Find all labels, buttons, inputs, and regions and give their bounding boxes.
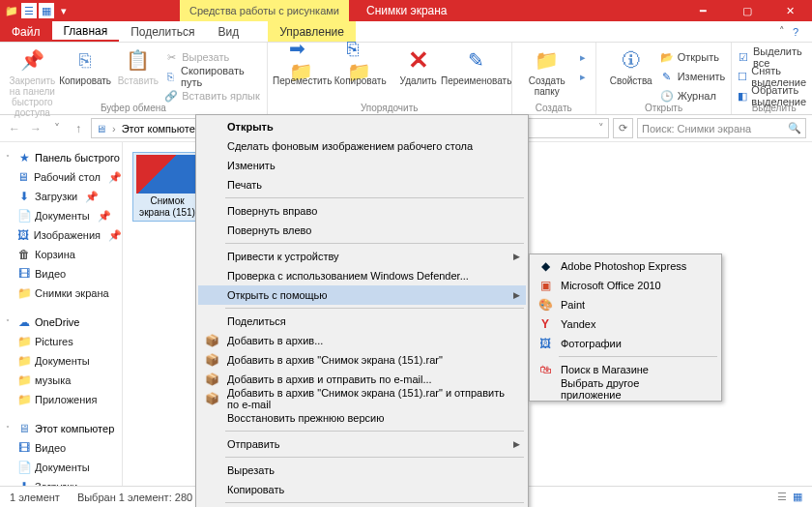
ribbon-group-open: Открыть <box>596 103 732 113</box>
delete-button[interactable]: ✕Удалить <box>390 45 448 86</box>
close-button[interactable]: ✕ <box>768 0 812 21</box>
ctx-defender[interactable]: Проверка с использованием Windows Defend… <box>198 266 526 285</box>
quick-access-toolbar: 📁 ☰ ▦ ▾ <box>0 3 75 18</box>
ctx-set-bg[interactable]: Сделать фоновым изображением рабочего ст… <box>198 136 526 156</box>
open-with-submenu: ◆Adobe Photoshop Express ▣Microsoft Offi… <box>529 254 722 402</box>
sub-photoshop[interactable]: ◆Adobe Photoshop Express <box>532 256 719 276</box>
nav-this-pc[interactable]: ˅🖥Этот компьютер <box>0 419 122 438</box>
new-item-button[interactable]: ▸ <box>576 48 590 66</box>
status-selection: Выбран 1 элемент: 280 КБ <box>77 492 209 503</box>
tab-home[interactable]: Главная <box>52 21 120 42</box>
ctx-print[interactable]: Печать <box>198 175 526 194</box>
titlebar: 📁 ☰ ▦ ▾ Средства работы с рисунками Сним… <box>0 0 812 21</box>
winrar-icon: 📦 <box>204 392 219 405</box>
file-thumbnail[interactable]: Снимок экрана (151) <box>132 152 202 222</box>
nav-back-button[interactable]: ← <box>6 120 23 137</box>
copy-to-button[interactable]: ⎘📁Копировать <box>332 45 390 86</box>
nav-onedrive[interactable]: ˅☁OneDrive <box>0 313 122 332</box>
nav-recent-dropdown[interactable]: ˅ <box>48 120 66 137</box>
sub-store[interactable]: 🛍Поиск в Магазине <box>532 360 719 379</box>
ctx-cut[interactable]: Вырезать <box>198 461 526 480</box>
nav-pc-video[interactable]: 🎞Видео <box>0 438 122 458</box>
tab-share[interactable]: Поделиться <box>119 21 206 42</box>
nav-recycle[interactable]: 🗑Корзина <box>0 245 122 264</box>
nav-pictures[interactable]: 🖼Изображения📌 <box>0 225 122 245</box>
cut-button[interactable]: ✂Вырезать <box>164 48 260 66</box>
breadcrumb-dropdown-icon[interactable]: ˅ <box>596 122 606 134</box>
help-icon[interactable]: ? <box>793 26 798 38</box>
nav-screenshots[interactable]: 📁Снимки экрана <box>0 283 122 303</box>
sub-paint[interactable]: 🎨Paint <box>532 295 719 314</box>
new-qat-icon[interactable]: ▦ <box>39 3 54 18</box>
nav-forward-button[interactable]: → <box>27 120 44 137</box>
nav-downloads[interactable]: ⬇Загрузки📌 <box>0 187 122 206</box>
edit-button[interactable]: ✎Изменить <box>660 68 726 85</box>
sub-photos[interactable]: 🖼Фотографии <box>532 334 719 353</box>
ribbon-tabs: Файл Главная Поделиться Вид Управление ˄… <box>0 21 812 43</box>
ctx-copy[interactable]: Копировать <box>198 480 526 499</box>
rename-button[interactable]: ✎Переименовать <box>448 45 506 86</box>
winrar-icon: 📦 <box>204 373 219 386</box>
search-input[interactable]: Поиск: Снимки экрана 🔍 <box>637 118 806 138</box>
ctx-add-archive-named[interactable]: 📦Добавить в архив "Снимок экрана (151).r… <box>198 350 526 370</box>
nav-video[interactable]: 🎞Видео <box>0 264 122 283</box>
refresh-button[interactable]: ⟳ <box>613 118 633 138</box>
easy-access-button[interactable]: ▸ <box>576 68 590 85</box>
window-title: Снимки экрана <box>349 4 448 17</box>
nav-od-docs[interactable]: 📁Документы <box>0 351 122 371</box>
view-details-icon[interactable]: ☰ <box>777 491 787 503</box>
open-button[interactable]: 📂Открыть <box>660 48 726 66</box>
winrar-icon: 📦 <box>204 353 219 367</box>
search-icon: 🔍 <box>788 122 801 134</box>
maximize-button[interactable]: ▢ <box>725 0 768 21</box>
ctx-add-archive[interactable]: 📦Добавить в архив... <box>198 331 526 350</box>
context-menu: Открыть Сделать фоновым изображением раб… <box>195 114 529 507</box>
photos-icon: 🖼 <box>537 337 553 350</box>
nav-quick-access[interactable]: ˅★Панель быстрого <box>0 148 122 167</box>
nav-pane: ˅★Панель быстрого 🖥Рабочий стол📌 ⬇Загруз… <box>0 142 123 486</box>
select-all-button[interactable]: ☑Выделить все <box>738 48 810 66</box>
thumbnail-image <box>136 155 198 194</box>
nav-desktop[interactable]: 🖥Рабочий стол📌 <box>0 167 122 187</box>
paint-icon: 🎨 <box>537 298 553 312</box>
ctx-share[interactable]: Поделиться <box>198 312 526 331</box>
minimize-button[interactable]: ━ <box>682 0 725 21</box>
sub-yandex[interactable]: YYandex <box>532 314 719 334</box>
nav-od-music[interactable]: 📁музыка <box>0 371 122 390</box>
select-none-button[interactable]: ☐Снять выделение <box>738 68 810 85</box>
nav-pc-downloads[interactable]: ›⬇Загрузки <box>0 477 122 486</box>
copy-path-button[interactable]: ⎘Скопировать путь <box>164 68 260 85</box>
move-to-button[interactable]: ➡📁Переместить <box>274 45 332 86</box>
props-qat-icon[interactable]: ☰ <box>21 3 37 18</box>
ctx-restore-version[interactable]: Восстановить прежнюю версию <box>198 408 526 428</box>
ctx-archive-email[interactable]: 📦Добавить в архив и отправить по e-mail.… <box>198 370 526 389</box>
properties-button[interactable]: 🛈Свойства <box>602 45 660 104</box>
breadcrumb-item[interactable]: Этот компьютер <box>120 123 203 134</box>
ribbon-collapse-icon[interactable]: ˄ <box>779 25 785 38</box>
ctx-edit[interactable]: Изменить <box>198 156 526 175</box>
sub-office[interactable]: ▣Microsoft Office 2010 <box>532 276 719 295</box>
nav-documents[interactable]: 📄Документы📌 <box>0 206 122 225</box>
ctx-send-to[interactable]: Отправить▶ <box>198 434 526 454</box>
ctx-rotate-left[interactable]: Повернуть влево <box>198 221 526 240</box>
qat-dropdown-icon[interactable]: ▾ <box>56 3 72 18</box>
ctx-cast[interactable]: Привести к устройству▶ <box>198 247 526 266</box>
ctx-open-with[interactable]: Открыть с помощью▶ <box>198 285 526 305</box>
tab-file[interactable]: Файл <box>0 21 52 42</box>
nav-up-button[interactable]: ↑ <box>70 120 87 137</box>
nav-pc-docs[interactable]: 📄Документы <box>0 458 122 477</box>
ribbon-group-clipboard: Буфер обмена <box>0 103 267 113</box>
view-thumbnails-icon[interactable]: ▦ <box>793 491 802 503</box>
nav-od-pictures[interactable]: 📁Pictures <box>0 332 122 351</box>
new-folder-button[interactable]: 📁Создать папку <box>518 45 576 97</box>
ctx-open[interactable]: Открыть <box>198 117 526 136</box>
ribbon-group-select: Выделить <box>732 103 812 113</box>
ctx-archive-named-email[interactable]: 📦Добавить в архив "Снимок экрана (151).r… <box>198 389 526 408</box>
nav-od-apps[interactable]: 📁Приложения <box>0 390 122 409</box>
ctx-rotate-right[interactable]: Повернуть вправо <box>198 201 526 221</box>
yandex-icon: Y <box>537 317 553 331</box>
sub-choose-another[interactable]: Выбрать другое приложение <box>532 379 719 399</box>
tab-view[interactable]: Вид <box>206 21 250 42</box>
office-icon: ▣ <box>537 279 553 292</box>
photoshop-icon: ◆ <box>537 259 553 273</box>
